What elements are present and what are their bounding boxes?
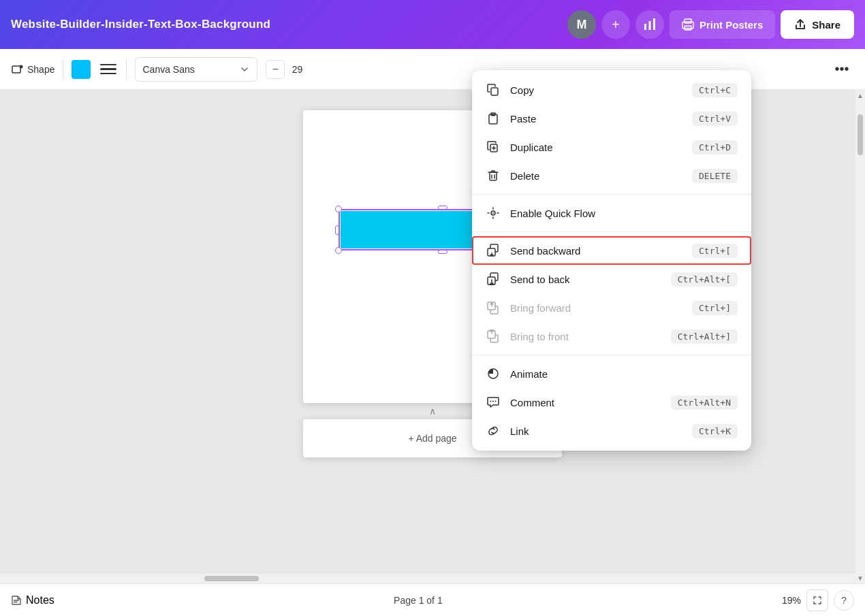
bring-forward-shortcut: Ctrl+] [692,301,738,315]
handle-bottom-mid[interactable] [438,250,447,254]
font-size-value: 29 [289,64,305,75]
toolbar-divider-1 [63,59,63,80]
scroll-up-arrow[interactable]: ▲ [855,90,865,101]
context-menu: Copy Ctrl+C Paste Ctrl+V [472,70,751,451]
svg-rect-1 [648,21,650,30]
shape-label: Shape [27,64,54,75]
delete-shortcut: DELETE [692,169,738,183]
bring-to-front-icon [486,329,501,344]
svg-point-18 [492,212,494,214]
animate-icon [486,366,501,381]
menu-divider-1 [472,194,751,195]
link-label: Link [510,425,529,437]
svg-rect-4 [685,19,691,23]
send-backward-shortcut: Ctrl+[ [692,244,738,258]
handle-top-left[interactable] [335,206,342,212]
scroll-thumb-vertical[interactable] [858,114,863,155]
animate-label: Animate [510,368,548,380]
menu-item-bring-forward: Bring forward Ctrl+] [472,293,751,322]
copy-shortcut: Ctrl+C [692,83,738,97]
quick-flow-label: Enable Quick Flow [510,208,595,219]
scroll-thumb-horizontal[interactable] [204,576,259,581]
paste-label: Paste [510,113,536,125]
menu-item-duplicate[interactable]: Duplicate Ctrl+D [472,133,751,161]
send-to-back-shortcut: Ctrl+Alt+[ [671,272,738,287]
delete-label: Delete [510,170,539,182]
notes-icon [11,595,22,606]
menu-item-delete[interactable]: Delete DELETE [472,161,751,190]
menu-item-send-backward[interactable]: Send backward Ctrl+[ [472,236,751,265]
copy-label: Copy [510,84,534,96]
layout-icon[interactable] [99,60,118,79]
font-size-control: − 29 [266,60,305,79]
add-page-button[interactable]: + Add page [408,433,456,444]
svg-rect-6 [12,66,20,73]
menu-item-comment[interactable]: Comment Ctrl+Alt+N [472,388,751,417]
menu-item-quick-flow[interactable]: Enable Quick Flow [472,199,751,227]
comment-label: Comment [510,397,554,408]
scrollbar-vertical[interactable]: ▲ ▼ [855,90,865,583]
share-button[interactable]: Share [781,10,854,39]
svg-point-36 [495,401,497,402]
send-backward-label: Send backward [510,245,580,257]
menu-item-paste[interactable]: Paste Ctrl+V [472,104,751,133]
toolbar-divider-2 [126,59,127,80]
duplicate-shortcut: Ctrl+D [692,140,738,155]
quick-flow-icon [486,206,501,221]
scrollbar-horizontal[interactable] [0,574,855,583]
share-label: Share [812,19,840,31]
duplicate-label: Duplicate [510,142,553,153]
handle-bottom-left[interactable] [335,247,342,254]
font-size-decrease[interactable]: − [266,60,285,79]
add-page-label: + Add page [408,433,456,444]
menu-item-animate[interactable]: Animate [472,359,751,388]
menu-item-send-to-back[interactable]: Send to back Ctrl+Alt+[ [472,265,751,293]
add-button[interactable]: + [601,10,630,39]
notes-button[interactable]: Notes [11,594,54,606]
bottom-right: 19% ? [782,589,854,611]
svg-point-35 [490,401,492,402]
svg-point-34 [492,401,494,402]
analytics-icon[interactable] [635,10,664,39]
avatar[interactable]: M [567,10,596,39]
print-posters-label: Print Posters [699,19,763,31]
menu-divider-3 [472,355,751,355]
help-button[interactable]: ? [834,590,854,611]
svg-rect-0 [644,24,646,30]
handle-top-mid[interactable] [438,206,447,210]
send-to-back-label: Send to back [510,274,570,285]
copy-icon [486,82,501,97]
svg-rect-14 [490,172,497,180]
header: Website-Builder-Insider-Text-Box-Backgro… [0,0,865,49]
print-posters-button[interactable]: Print Posters [670,10,775,39]
bottom-left: Notes [11,594,54,606]
zoom-value: 19% [782,595,801,606]
menu-divider-2 [472,231,751,232]
bring-to-front-label: Bring to front [510,331,569,342]
more-options-button[interactable]: ••• [830,57,854,82]
scroll-down-arrow[interactable]: ▼ [855,572,865,583]
send-backward-icon [486,243,501,258]
svg-rect-5 [685,26,691,30]
send-to-back-icon [486,272,501,287]
shape-tool: Shape [11,63,54,76]
comment-shortcut: Ctrl+Alt+N [671,395,738,410]
expand-button[interactable] [806,589,828,611]
handle-mid-left[interactable] [335,225,339,235]
font-select[interactable]: Canva Sans [135,57,257,82]
paste-icon [486,111,501,126]
header-actions: M + Print Posters Share [567,10,854,39]
color-swatch[interactable] [72,60,91,79]
notes-label: Notes [26,594,54,606]
menu-item-copy[interactable]: Copy Ctrl+C [472,76,751,104]
shape-icon [11,63,23,76]
comment-icon [486,395,501,410]
menu-item-link[interactable]: Link Ctrl+K [472,417,751,445]
chevron-down-icon [240,65,249,74]
bring-forward-label: Bring forward [510,302,571,314]
link-shortcut: Ctrl+K [692,424,738,438]
duplicate-icon [486,140,501,155]
bottom-bar: Notes Page 1 of 1 19% ? [0,583,865,616]
svg-rect-2 [653,18,655,30]
menu-item-bring-to-front: Bring to front Ctrl+Alt+] [472,322,751,351]
